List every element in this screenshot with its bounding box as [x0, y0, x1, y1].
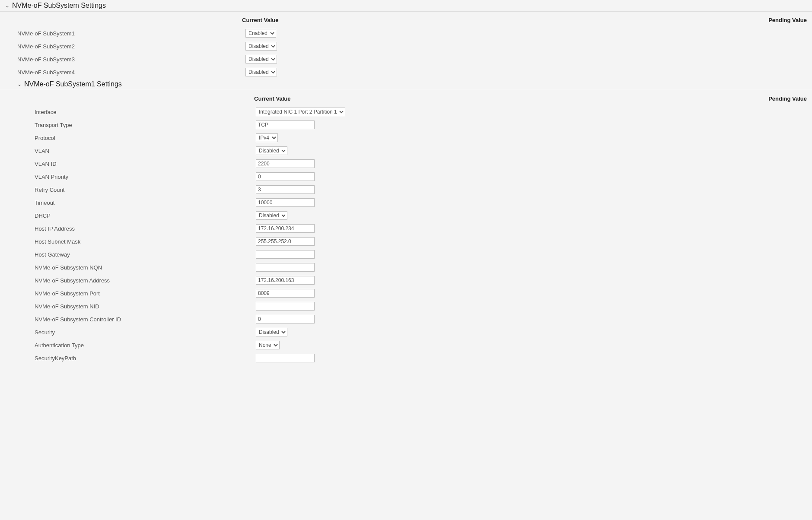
subsystem3-enable-select[interactable]: Disabled [245, 55, 277, 63]
nvme-of-subsystem-controller-id-input[interactable] [256, 315, 315, 323]
setting-label: Protocol [35, 135, 256, 141]
subsystem-row-3: NVMe-oF SubSystem3Disabled [0, 53, 812, 66]
setting-label: NVMe-oF Subsystem Port [35, 290, 256, 297]
host-ip-address-input[interactable] [256, 224, 315, 233]
setting-label: VLAN ID [35, 161, 256, 167]
setting-label: Host IP Address [35, 225, 256, 232]
setting-row-vlan-priority: VLAN Priority [0, 170, 812, 183]
subsystem-row-4: NVMe-oF SubSystem4Disabled [0, 66, 812, 79]
subsystem-label: NVMe-oF SubSystem3 [17, 56, 245, 63]
nvmeof-subsystem-settings-section: ⌄ NVMe-oF SubSystem Settings Current Val… [0, 0, 812, 79]
setting-row-interface: InterfaceIntegrated NIC 1 Port 2 Partiti… [0, 105, 812, 118]
subsystem-label: NVMe-oF SubSystem2 [17, 43, 245, 50]
setting-label: NVMe-oF Subsystem NQN [35, 264, 256, 271]
vlan-id-input[interactable] [256, 159, 315, 168]
setting-label: Host Subnet Mask [35, 238, 256, 245]
section-title: NVMe-oF SubSystem Settings [12, 2, 106, 10]
subsystem2-enable-select[interactable]: Disabled [245, 42, 277, 51]
setting-row-nvme-of-subsystem-nqn: NVMe-oF Subsystem NQN [0, 261, 812, 274]
setting-label: VLAN [35, 148, 256, 154]
column-header-row: Current Value Pending Value [0, 90, 812, 105]
protocol-select[interactable]: IPv4 [256, 133, 278, 142]
setting-row-vlan-id: VLAN ID [0, 157, 812, 170]
setting-label: Transport Type [35, 122, 256, 128]
setting-row-timeout: Timeout [0, 196, 812, 209]
retry-count-input[interactable] [256, 185, 315, 194]
setting-row-nvme-of-subsystem-nid: NVMe-oF Subsystem NID [0, 300, 812, 313]
setting-label: Host Gateway [35, 251, 256, 258]
host-gateway-input[interactable] [256, 250, 315, 259]
current-value-header: Current Value [242, 17, 279, 23]
section-title: NVMe-oF SubSystem1 Settings [24, 80, 122, 88]
setting-row-host-ip-address: Host IP Address [0, 222, 812, 235]
section-header[interactable]: ⌄ NVMe-oF SubSystem1 Settings [0, 79, 812, 90]
setting-label: Interface [35, 109, 256, 115]
nvme-of-subsystem-address-input[interactable] [256, 276, 315, 285]
subsystem-row-2: NVMe-oF SubSystem2Disabled [0, 40, 812, 53]
setting-label: Retry Count [35, 187, 256, 193]
setting-label: NVMe-oF Subsystem Address [35, 277, 256, 284]
setting-label: Timeout [35, 200, 256, 206]
nvme-of-subsystem-nid-input[interactable] [256, 302, 315, 311]
setting-label: SecurityKeyPath [35, 355, 256, 361]
pending-value-header: Pending Value [768, 17, 807, 23]
current-value-header: Current Value [254, 95, 291, 102]
dhcp-select[interactable]: Disabled [256, 211, 287, 220]
subsystem1-enable-select[interactable]: Enabled [245, 29, 276, 38]
section-header[interactable]: ⌄ NVMe-oF SubSystem Settings [0, 0, 812, 12]
subsystem-row-1: NVMe-oF SubSystem1Enabled [0, 27, 812, 40]
setting-label: Authentication Type [35, 342, 256, 349]
setting-label: NVMe-oF Subsystem NID [35, 303, 256, 310]
setting-row-host-subnet-mask: Host Subnet Mask [0, 235, 812, 248]
nvmeof-subsystem1-settings-section: ⌄ NVMe-oF SubSystem1 Settings Current Va… [0, 79, 812, 365]
nvme-of-subsystem-nqn-input[interactable] [256, 263, 315, 272]
setting-row-dhcp: DHCPDisabled [0, 209, 812, 222]
setting-label: NVMe-oF Subsystem Controller ID [35, 316, 256, 323]
chevron-down-icon: ⌄ [5, 3, 10, 9]
chevron-down-icon: ⌄ [17, 81, 22, 87]
setting-row-securitykeypath: SecurityKeyPath [0, 352, 812, 365]
setting-row-host-gateway: Host Gateway [0, 248, 812, 261]
setting-row-nvme-of-subsystem-address: NVMe-oF Subsystem Address [0, 274, 812, 287]
interface-select[interactable]: Integrated NIC 1 Port 2 Partition 1 [256, 108, 345, 116]
authentication-type-select[interactable]: None [256, 341, 280, 349]
column-header-row: Current Value Pending Value [0, 12, 812, 27]
setting-row-protocol: ProtocolIPv4 [0, 131, 812, 144]
subsystem-label: NVMe-oF SubSystem1 [17, 30, 245, 37]
subsystem-label: NVMe-oF SubSystem4 [17, 69, 245, 76]
vlan-priority-input[interactable] [256, 172, 315, 181]
setting-row-vlan: VLANDisabled [0, 144, 812, 157]
subsystem4-enable-select[interactable]: Disabled [245, 68, 277, 76]
setting-row-retry-count: Retry Count [0, 183, 812, 196]
transport-type-input[interactable] [256, 120, 315, 129]
setting-label: VLAN Priority [35, 174, 256, 180]
timeout-input[interactable] [256, 198, 315, 207]
setting-label: DHCP [35, 212, 256, 219]
setting-row-security: SecurityDisabled [0, 326, 812, 339]
security-select[interactable]: Disabled [256, 328, 287, 336]
pending-value-header: Pending Value [768, 95, 807, 102]
vlan-select[interactable]: Disabled [256, 146, 287, 155]
nvme-of-subsystem-port-input[interactable] [256, 289, 315, 298]
setting-label: Security [35, 329, 256, 336]
setting-row-transport-type: Transport Type [0, 118, 812, 131]
setting-row-authentication-type: Authentication TypeNone [0, 339, 812, 352]
setting-row-nvme-of-subsystem-controller-id: NVMe-oF Subsystem Controller ID [0, 313, 812, 326]
securitykeypath-input[interactable] [256, 354, 315, 362]
host-subnet-mask-input[interactable] [256, 237, 315, 246]
setting-row-nvme-of-subsystem-port: NVMe-oF Subsystem Port [0, 287, 812, 300]
